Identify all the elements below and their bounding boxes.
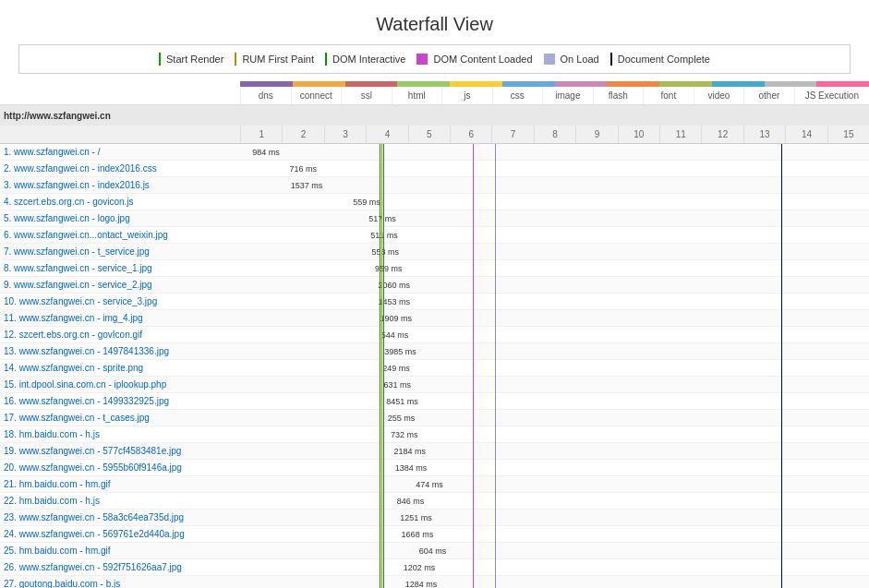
table-row: 18. hm.baidu.com - h.js732 ms <box>0 426 869 443</box>
row-label[interactable]: 1. www.szfangwei.cn - / <box>0 147 240 157</box>
table-row: 22. hm.baidu.com - h.js846 ms <box>0 493 869 510</box>
vline <box>473 510 474 526</box>
vline <box>781 426 782 443</box>
row-label[interactable]: 21. hm.baidu.com - hm.gif <box>0 479 240 489</box>
row-label[interactable]: 9. www.szfangwei.cn - service_2.jpg <box>0 280 240 290</box>
table-row: 9. www.szfangwei.cn - service_2.jpg2060 … <box>0 277 869 294</box>
row-label[interactable]: 24. www.szfangwei.cn - 569761e2d440a.jpg <box>0 529 240 539</box>
vline <box>781 144 782 161</box>
vline <box>495 510 496 526</box>
vline <box>781 194 782 210</box>
vline <box>495 244 496 260</box>
vline <box>473 194 474 210</box>
vline <box>383 310 384 327</box>
vline <box>495 194 496 210</box>
row-label[interactable]: 20. www.szfangwei.cn - 5955b60f9146a.jpg <box>0 462 240 473</box>
vline <box>495 277 496 294</box>
vline <box>781 559 782 576</box>
vline <box>473 426 474 443</box>
row-label[interactable]: 2. www.szfangwei.cn - index2016.css <box>0 163 240 174</box>
row-label[interactable]: 3. www.szfangwei.cn - index2016.js <box>0 180 240 190</box>
bar-label: 2184 ms <box>393 447 426 456</box>
row-label[interactable]: 5. www.szfangwei.cn - logo.jpg <box>0 213 240 223</box>
table-row: 14. www.szfangwei.cn - sprite.png249 ms <box>0 360 869 377</box>
row-timeline: 249 ms <box>240 360 869 377</box>
vline <box>383 493 384 510</box>
bar-label: 249 ms <box>382 364 410 373</box>
vline <box>383 393 384 410</box>
url-row: http://www.szfangwei.cn <box>0 105 869 126</box>
row-label[interactable]: 13. www.szfangwei.cn - 1497841336.jpg <box>0 346 240 356</box>
bar-container: 1668 ms <box>399 530 434 539</box>
row-label[interactable]: 27. goutong.baidu.com - b.js <box>0 579 240 588</box>
vline <box>495 360 496 377</box>
vline <box>383 161 384 177</box>
row-label[interactable]: 16. www.szfangwei.cn - 1499332925.jpg <box>0 396 240 406</box>
row-label[interactable]: 18. hm.baidu.com - h.js <box>0 429 240 439</box>
row-label[interactable]: 14. www.szfangwei.cn - sprite.png <box>0 363 240 373</box>
row-label[interactable]: 6. www.szfangwei.cn...ontact_weixin.jpg <box>0 230 240 240</box>
vline <box>383 144 384 161</box>
tick-5: 5 <box>408 126 450 143</box>
row-label[interactable]: 17. www.szfangwei.cn - t_cases.jpg <box>0 413 240 423</box>
row-timeline: 631 ms <box>240 377 869 393</box>
row-label[interactable]: 15. int.dpool.sina.com.cn - iplookup.php <box>0 379 240 390</box>
row-timeline: 1384 ms <box>240 460 869 476</box>
row-label[interactable]: 7. www.szfangwei.cn - t_service.jpg <box>0 246 240 257</box>
bar-label: 846 ms <box>397 497 425 506</box>
vline <box>381 360 382 377</box>
table-row: 1. www.szfangwei.cn - /984 ms <box>0 144 869 161</box>
vline <box>781 526 782 543</box>
vline <box>781 277 782 294</box>
row-timeline: 517 ms <box>240 210 869 227</box>
table-row: 24. www.szfangwei.cn - 569761e2d440a.jpg… <box>0 526 869 543</box>
page-title: Waterfall View <box>0 0 869 44</box>
row-label[interactable]: 22. hm.baidu.com - h.js <box>0 496 240 506</box>
vline <box>381 327 382 343</box>
tick-6: 6 <box>450 126 491 143</box>
bar-container: 1251 ms <box>397 513 432 522</box>
vline <box>473 343 474 360</box>
bar-label: 1284 ms <box>405 580 438 589</box>
row-timeline: 1909 ms <box>240 310 869 327</box>
vline <box>383 343 384 360</box>
row-label[interactable]: 12. szcert.ebs.org.cn - govIcon.gif <box>0 330 240 340</box>
vline <box>381 244 382 260</box>
vline <box>781 493 782 510</box>
vline <box>383 377 384 393</box>
vline <box>381 559 382 576</box>
bar-label: 1251 ms <box>400 513 432 522</box>
row-label[interactable]: 10. www.szfangwei.cn - service_3.jpg <box>0 296 240 306</box>
row-timeline: 716 ms <box>240 161 869 177</box>
vline <box>495 227 496 244</box>
vline <box>383 526 384 543</box>
vline <box>473 277 474 294</box>
vline <box>495 526 496 543</box>
tick-14: 14 <box>785 126 827 143</box>
url-timeline <box>240 105 869 126</box>
vline <box>383 559 384 576</box>
row-label[interactable]: 23. www.szfangwei.cn - 58a3c64ea735d.jpg <box>0 512 240 522</box>
table-row: 25. hm.baidu.com - hm.gif604 ms <box>0 543 869 559</box>
bar-container: 732 ms <box>388 430 418 439</box>
tick-7: 7 <box>491 126 533 143</box>
tick-1: 1 <box>240 126 282 143</box>
vline <box>473 327 474 343</box>
row-label[interactable]: 19. www.szfangwei.cn - 577cf4583481e.jpg <box>0 446 240 456</box>
row-label[interactable]: 25. hm.baidu.com - hm.gif <box>0 546 240 556</box>
table-row: 19. www.szfangwei.cn - 577cf4583481e.jpg… <box>0 443 869 460</box>
vline <box>781 443 782 460</box>
vline <box>781 227 782 244</box>
vline <box>473 526 474 543</box>
row-timeline: 1202 ms <box>240 559 869 576</box>
vline <box>495 493 496 510</box>
row-label[interactable]: 8. www.szfangwei.cn - service_1.jpg <box>0 263 240 273</box>
vline <box>781 460 782 476</box>
vline <box>473 227 474 244</box>
row-label[interactable]: 4. szcert.ebs.org.cn - govicon.js <box>0 197 240 207</box>
vline <box>495 443 496 460</box>
row-label[interactable]: 11. www.szfangwei.cn - img_4.jpg <box>0 313 240 323</box>
vline <box>473 559 474 576</box>
legend-on-load: On Load <box>544 54 599 65</box>
row-label[interactable]: 26. www.szfangwei.cn - 592f751626aa7.jpg <box>0 562 240 572</box>
